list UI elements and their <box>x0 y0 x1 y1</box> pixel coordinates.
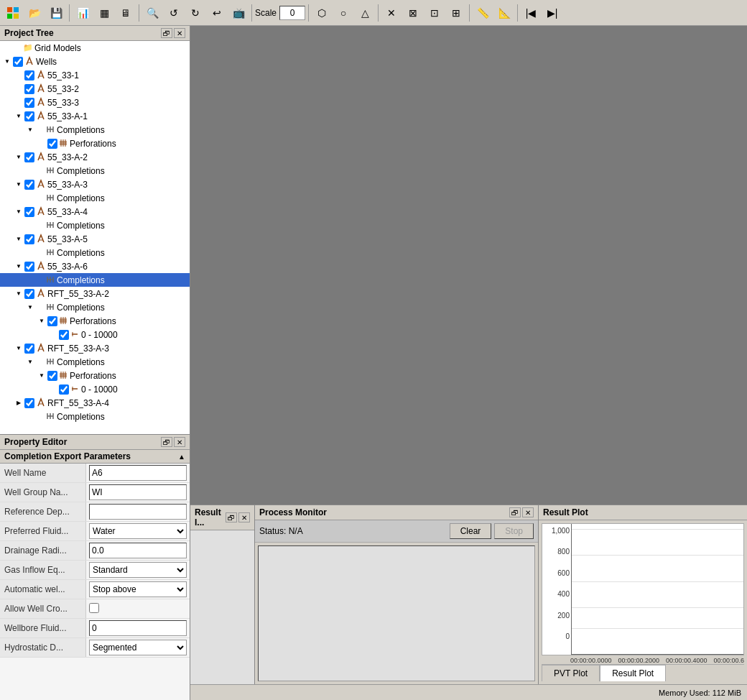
tree-arrow-rft-55_33-A-2[interactable]: ▼ <box>14 290 23 297</box>
matlab-icon-btn[interactable] <box>3 3 23 23</box>
tree-item-55_33-A-2[interactable]: ▼55_33-A-2 <box>0 150 190 164</box>
save-btn[interactable]: 💾 <box>46 3 66 23</box>
tree-item-55_33-2[interactable]: 55_33-2 <box>0 82 190 96</box>
tree-item-grid-models[interactable]: 📁Grid Models <box>0 41 190 55</box>
tree-item-55_33-3[interactable]: 55_33-3 <box>0 96 190 109</box>
tree-arrow-perforations-rft-a3[interactable]: ▼ <box>37 372 46 379</box>
stop-btn[interactable]: Stop <box>494 523 534 539</box>
tree-item-55_33-1[interactable]: 55_33-1 <box>0 68 190 82</box>
tree-checkbox-perforations-rft-a3[interactable] <box>47 371 57 381</box>
prop-checkbox-allow-cross[interactable] <box>89 603 99 613</box>
tab-pvt[interactable]: PVT Plot <box>542 665 600 681</box>
tree-checkbox-perforations-rft-a2[interactable] <box>47 316 57 326</box>
tree-item-range-rft-a3[interactable]: 0 - 10000 <box>0 382 190 396</box>
tree-item-rft-55_33-A-2[interactable]: ▼RFT_55_33-A-2 <box>0 287 190 300</box>
screen-btn[interactable]: 📺 <box>228 3 249 23</box>
measure-btn[interactable]: 📐 <box>494 3 514 23</box>
result-i-restore-btn[interactable]: 🗗 <box>226 512 237 522</box>
tree-checkbox-55_33-A-3[interactable] <box>24 180 34 190</box>
undo-btn[interactable]: ↺ <box>164 3 184 23</box>
prop-input-drainage-rad[interactable] <box>89 543 187 558</box>
cone-btn[interactable]: △ <box>355 3 375 23</box>
tree-item-completions-a4[interactable]: Completions <box>0 218 190 232</box>
tree-checkbox-perforations-a1[interactable] <box>47 139 57 149</box>
tree-arrow-55_33-A-5[interactable]: ▼ <box>14 236 23 242</box>
tab-result[interactable]: Result Plot <box>600 665 666 681</box>
nav1-btn[interactable]: ✕ <box>381 3 402 23</box>
tree-arrow-rft-55_33-A-4[interactable]: ▶ <box>14 400 23 406</box>
box3d-btn[interactable]: ⬡ <box>312 3 332 23</box>
tree-checkbox-55_33-A-2[interactable] <box>24 152 34 162</box>
sphere-btn[interactable]: ○ <box>333 3 353 23</box>
tree-checkbox-range-rft-a2[interactable] <box>59 330 69 340</box>
clear-btn[interactable]: Clear <box>450 523 492 539</box>
project-tree-close-btn[interactable]: ✕ <box>174 28 185 38</box>
tree-arrow-55_33-A-3[interactable]: ▼ <box>14 181 23 188</box>
viewport[interactable] <box>190 26 747 505</box>
pm-close-btn[interactable]: ✕ <box>522 507 534 517</box>
tree-checkbox-range-rft-a3[interactable] <box>59 384 69 395</box>
tree-checkbox-55_33-A-5[interactable] <box>24 234 34 244</box>
next-btn[interactable]: ▶| <box>542 3 562 23</box>
tree-item-rft-55_33-A-3[interactable]: ▼RFT_55_33-A-3 <box>0 341 190 355</box>
tree-item-perforations-a1[interactable]: Perforations <box>0 137 190 150</box>
back-btn[interactable]: ↩ <box>207 3 227 23</box>
property-scroll[interactable]: Well NameWell Group Na...Reference Dep..… <box>0 464 190 700</box>
grid-btn[interactable]: ▦ <box>94 3 114 23</box>
tree-item-perforations-rft-a3[interactable]: ▼Perforations <box>0 369 190 382</box>
tree-item-completions-a6[interactable]: Completions <box>0 273 190 287</box>
tree-checkbox-55_33-A-1[interactable] <box>24 111 34 121</box>
tree-item-completions-a2[interactable]: Completions <box>0 164 190 178</box>
nav4-btn[interactable]: ⊞ <box>446 3 466 23</box>
nav3-btn[interactable]: ⊡ <box>424 3 445 23</box>
tree-item-completions-a3[interactable]: Completions <box>0 191 190 205</box>
pm-restore-btn[interactable]: 🗗 <box>509 507 521 517</box>
property-editor-close-btn[interactable]: ✕ <box>174 437 185 447</box>
tree-checkbox-rft-55_33-A-3[interactable] <box>24 344 34 354</box>
prop-select-auto-well[interactable]: Stop aboveStop belowNone <box>89 581 187 597</box>
tree-item-completions-rft-a4[interactable]: Completions <box>0 410 190 423</box>
tree-arrow-wells[interactable]: ▼ <box>3 58 11 65</box>
tree-arrow-perforations-rft-a2[interactable]: ▼ <box>37 318 46 324</box>
tree-checkbox-55_33-A-6[interactable] <box>24 262 34 272</box>
prop-input-ref-depth[interactable] <box>89 504 187 520</box>
redo-btn[interactable]: ↻ <box>185 3 205 23</box>
tree-item-55_33-A-1[interactable]: ▼55_33-A-1 <box>0 109 190 123</box>
tree-item-55_33-A-4[interactable]: ▼55_33-A-4 <box>0 205 190 218</box>
zoom-btn[interactable]: 🔍 <box>142 3 162 23</box>
tree-checkbox-55_33-2[interactable] <box>24 84 34 94</box>
open-btn[interactable]: 📂 <box>24 3 45 23</box>
tree-checkbox-rft-55_33-A-2[interactable] <box>24 289 34 299</box>
prop-input-well-name[interactable] <box>89 465 187 481</box>
prop-select-gas-inflow[interactable]: StandardDarcyNon-Darcy <box>89 562 187 578</box>
tree-scroll[interactable]: 📁Grid Models▼Wells55_33-155_33-255_33-3▼… <box>0 41 190 434</box>
prop-input-well-group[interactable] <box>89 484 187 500</box>
prev-btn[interactable]: |◀ <box>521 3 541 23</box>
tree-arrow-55_33-A-4[interactable]: ▼ <box>14 208 23 215</box>
scale-input[interactable] <box>279 6 305 20</box>
tree-item-completions-a5[interactable]: Completions <box>0 246 190 259</box>
tree-item-completions-rft-a3[interactable]: ▼Completions <box>0 355 190 369</box>
tree-arrow-completions-rft-a3[interactable]: ▼ <box>26 359 34 365</box>
tree-item-completions-rft-a2[interactable]: ▼Completions <box>0 300 190 314</box>
tree-arrow-55_33-A-1[interactable]: ▼ <box>14 113 23 119</box>
tree-item-rft-55_33-A-4[interactable]: ▶RFT_55_33-A-4 <box>0 396 190 410</box>
project-tree-restore-btn[interactable]: 🗗 <box>161 28 172 38</box>
tree-item-55_33-A-6[interactable]: ▼55_33-A-6 <box>0 259 190 273</box>
tree-item-55_33-A-5[interactable]: ▼55_33-A-5 <box>0 232 190 246</box>
tree-arrow-rft-55_33-A-3[interactable]: ▼ <box>14 345 23 351</box>
prop-select-pref-fluid[interactable]: WaterOilGas <box>89 523 187 539</box>
tree-checkbox-wells[interactable] <box>13 57 23 67</box>
tree-item-completions-a1[interactable]: ▼Completions <box>0 123 190 137</box>
prop-select-hydrostatic[interactable]: SegmentedSimple <box>89 640 187 655</box>
tree-checkbox-55_33-1[interactable] <box>24 70 34 80</box>
tree-arrow-55_33-A-2[interactable]: ▼ <box>14 154 23 160</box>
prop-input-wellbore-fluid[interactable] <box>89 620 187 636</box>
tree-item-range-rft-a2[interactable]: 0 - 10000 <box>0 328 190 341</box>
tree-arrow-completions-rft-a2[interactable]: ▼ <box>26 304 34 310</box>
tree-item-55_33-A-3[interactable]: ▼55_33-A-3 <box>0 178 190 191</box>
tree-item-perforations-rft-a2[interactable]: ▼Perforations <box>0 314 190 328</box>
tree-checkbox-55_33-A-4[interactable] <box>24 207 34 217</box>
tree-checkbox-55_33-3[interactable] <box>24 98 34 108</box>
nav2-btn[interactable]: ⊠ <box>403 3 423 23</box>
